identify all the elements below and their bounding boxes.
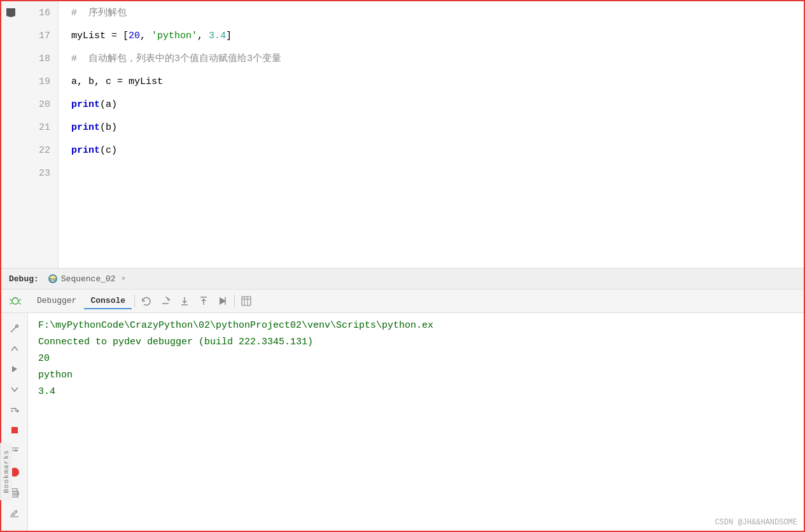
svg-rect-16 xyxy=(242,297,251,305)
edit-btn[interactable] xyxy=(6,504,24,522)
watermark: CSDN @JH&&HANDSOME xyxy=(715,518,797,527)
debug-tab[interactable]: py Sequence_02 × xyxy=(44,272,129,285)
console-line-34: 3.4 xyxy=(38,384,794,400)
debug-tab-name: Sequence_02 xyxy=(61,274,116,284)
run-to-cursor-icon xyxy=(218,296,228,306)
bug-icon xyxy=(10,295,21,307)
tab-separator xyxy=(134,295,135,307)
settings-btn[interactable] xyxy=(6,319,24,337)
svg-point-29 xyxy=(17,493,18,494)
code-line-20: print(a) xyxy=(71,93,804,116)
svg-line-6 xyxy=(10,303,12,304)
line-numbers: 16 17 18 19 20 21 22 23 xyxy=(1,1,59,268)
down-arrow-icon xyxy=(10,385,19,394)
code-line-24 xyxy=(71,185,804,207)
wrench-icon xyxy=(10,323,20,333)
console-line-path: F:\myPythonCode\CrazyPython\02\pythonPro… xyxy=(38,318,794,333)
svg-text:py: py xyxy=(49,277,56,283)
code-line-21: print(b) xyxy=(71,116,804,139)
line-num-20: 20 xyxy=(1,93,58,116)
str-17d: 'python' xyxy=(151,27,197,45)
play-btn[interactable] xyxy=(6,360,24,378)
editor-area: 16 17 18 19 20 21 22 23 # 序列解包 myList = … xyxy=(1,1,804,531)
up-arrow-icon xyxy=(10,344,19,353)
step-into-icon xyxy=(179,296,190,306)
line-num-23: 23 xyxy=(1,162,58,185)
stop-icon xyxy=(10,426,19,435)
line-num-19: 19 xyxy=(1,70,58,93)
line-num-18: 18 xyxy=(1,47,58,70)
comment-16: # 序列解包 xyxy=(71,4,127,22)
console-area: Bookmarks xyxy=(1,313,804,531)
plain-17g: ] xyxy=(226,27,232,45)
console-line-20: 20 xyxy=(38,351,794,367)
code-line-19: a, b, c = myList xyxy=(71,70,804,93)
debug-toolbar-left xyxy=(6,292,24,310)
line-num-17: 17 xyxy=(1,24,58,47)
down-btn[interactable] xyxy=(6,381,24,398)
plain-17e: , xyxy=(197,27,209,45)
code-line-23 xyxy=(71,162,804,185)
svg-point-3 xyxy=(12,298,18,304)
table-view-icon xyxy=(241,296,251,306)
step-out-icon xyxy=(199,296,209,306)
console-line-connected: Connected to pydev debugger (build 222.3… xyxy=(38,335,794,350)
svg-line-7 xyxy=(18,303,21,304)
bug-icon-btn[interactable] xyxy=(6,292,24,310)
console-line-python: python xyxy=(38,368,794,383)
line-num-21: 21 xyxy=(1,116,58,139)
up-btn[interactable] xyxy=(6,340,24,358)
console-left-toolbar: Bookmarks xyxy=(1,313,28,531)
code-section: 16 17 18 19 20 21 22 23 # 序列解包 myList = … xyxy=(1,1,804,269)
plain-19: a, b, c = myList xyxy=(71,73,163,90)
debug-label: Debug: xyxy=(9,274,39,284)
step-out-btn[interactable] xyxy=(195,292,213,310)
rerun-icon xyxy=(141,296,151,306)
num-17f: 3.4 xyxy=(209,27,226,45)
code-line-16: # 序列解包 xyxy=(71,1,804,24)
plain-17c: , xyxy=(140,27,151,45)
line-num-24 xyxy=(1,185,58,207)
svg-marker-21 xyxy=(12,366,17,372)
stop-btn[interactable] xyxy=(6,421,24,439)
toolbar-separator-2 xyxy=(234,295,235,307)
kw-20: print xyxy=(71,96,100,113)
bookmarks-label: Bookmarks xyxy=(1,443,12,500)
plain-17a: myList = [ xyxy=(71,27,129,45)
svg-line-4 xyxy=(10,299,12,301)
kw-21: print xyxy=(71,119,100,136)
step-over-btn[interactable] xyxy=(157,292,174,310)
close-tab-icon[interactable]: × xyxy=(122,275,126,283)
tab-debugger[interactable]: Debugger xyxy=(31,293,83,309)
code-line-22: print(c) xyxy=(71,139,804,162)
plain-20: (a) xyxy=(100,96,117,113)
line-num-16: 16 xyxy=(1,1,58,24)
num-17b: 20 xyxy=(129,27,140,45)
svg-rect-23 xyxy=(11,427,18,433)
run-to-cursor-btn[interactable] xyxy=(214,292,232,310)
python-icon: py xyxy=(48,274,58,284)
wrap-icon xyxy=(10,405,20,415)
line-num-22: 22 xyxy=(1,139,58,162)
debug-header: Debug: py Sequence_02 × xyxy=(1,269,804,290)
tab-console[interactable]: Console xyxy=(84,293,132,309)
comment-18: # 自动解包，列表中的3个值自动赋值给3个变量 xyxy=(71,50,281,67)
plain-22: (c) xyxy=(100,142,117,159)
table-view-btn[interactable] xyxy=(237,292,255,310)
code-line-17: myList = [20, 'python', 3.4] xyxy=(71,24,804,47)
debug-toolbar: Debugger Console xyxy=(1,290,804,313)
kw-22: print xyxy=(71,142,100,159)
svg-line-5 xyxy=(18,299,21,301)
console-output[interactable]: F:\myPythonCode\CrazyPython\02\pythonPro… xyxy=(28,313,804,531)
step-over-icon xyxy=(160,296,171,306)
step-into-btn[interactable] xyxy=(176,292,193,310)
play-icon xyxy=(10,365,19,374)
debug-panel: Debug: py Sequence_02 × xyxy=(1,269,804,531)
edit-icon xyxy=(10,508,20,518)
code-line-18: # 自动解包，列表中的3个值自动赋值给3个变量 xyxy=(71,47,804,70)
wrap-btn[interactable] xyxy=(6,401,24,419)
rerun-btn[interactable] xyxy=(137,292,155,310)
code-content[interactable]: # 序列解包 myList = [20, 'python', 3.4] # 自动… xyxy=(59,1,804,268)
plain-21: (b) xyxy=(100,119,117,136)
